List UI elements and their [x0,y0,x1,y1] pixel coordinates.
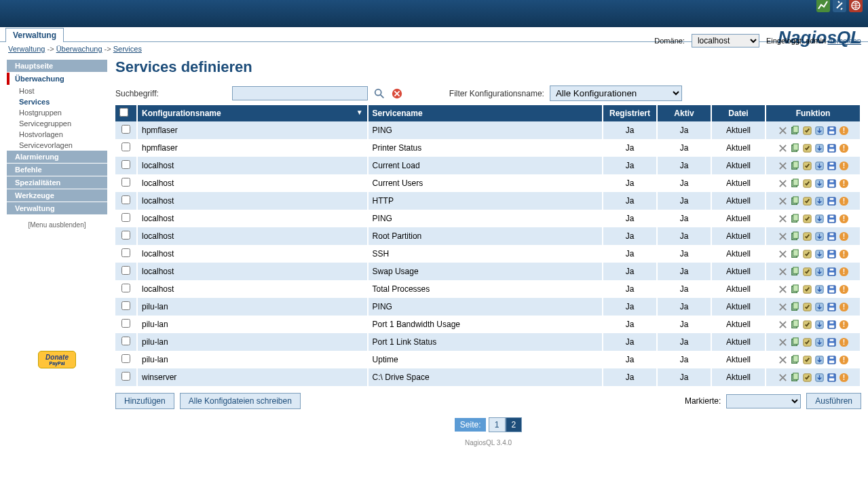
cell-config[interactable]: pilu-lan [137,316,368,333]
cell-service[interactable]: Port 1 Bandwidth Usage [368,316,603,333]
edit-icon[interactable] [778,249,788,259]
info-icon[interactable]: ! [839,355,849,365]
save-icon[interactable] [827,214,837,224]
download-icon[interactable] [814,231,825,242]
row-checkbox[interactable] [121,248,130,257]
copy-icon[interactable] [790,355,800,365]
sidebar-sub-1-5[interactable]: Servicevorlagen [7,140,107,151]
save-icon[interactable] [827,249,837,259]
download-icon[interactable] [814,126,825,136]
search-icon[interactable] [373,88,385,100]
download-icon[interactable] [814,284,825,294]
sidebar-sub-1-4[interactable]: Hostvorlagen [7,129,107,140]
sidebar-item-5[interactable]: Werkzeuge [7,189,107,202]
info-icon[interactable]: ! [839,302,849,312]
download-icon[interactable] [814,267,825,277]
cell-service[interactable]: Printer Status [368,139,603,157]
save-icon[interactable] [827,284,837,294]
menu-hide-link[interactable]: [Menu ausblenden] [7,221,107,229]
edit-icon[interactable] [778,196,788,206]
crumb-1[interactable]: Überwachung [56,45,102,53]
copy-icon[interactable] [790,214,800,224]
globe-icon[interactable] [849,0,863,12]
copy-icon[interactable] [790,337,800,347]
copy-icon[interactable] [790,161,800,171]
cell-config[interactable]: pilu-lan [137,351,368,368]
select-all-checkbox[interactable] [119,108,128,117]
cell-service[interactable]: HTTP [368,192,603,210]
cell-config[interactable]: localhost [137,227,368,245]
activate-icon[interactable] [802,249,812,259]
activate-icon[interactable] [802,355,812,365]
row-checkbox[interactable] [121,301,130,310]
cell-service[interactable]: PING [368,121,603,139]
info-icon[interactable]: ! [839,161,849,171]
row-checkbox[interactable] [121,142,130,151]
clear-icon[interactable] [391,88,403,100]
copy-icon[interactable] [790,267,800,277]
edit-icon[interactable] [778,320,788,330]
row-checkbox[interactable] [121,354,130,363]
save-icon[interactable] [827,355,837,365]
activate-icon[interactable] [802,214,812,224]
info-icon[interactable]: ! [839,143,849,153]
sidebar-item-3[interactable]: Befehle [7,164,107,176]
execute-button[interactable]: Ausführen [806,393,861,409]
activate-icon[interactable] [802,373,812,383]
sidebar-item-4[interactable]: Spezialitäten [7,176,107,189]
cell-config[interactable]: localhost [137,157,368,174]
cell-service[interactable]: PING [368,298,603,316]
activate-icon[interactable] [802,337,812,347]
info-icon[interactable]: ! [839,249,849,259]
save-icon[interactable] [827,161,837,171]
row-checkbox[interactable] [121,178,130,187]
cell-service[interactable]: Current Load [368,157,603,174]
activate-icon[interactable] [802,126,812,136]
row-checkbox[interactable] [121,160,130,169]
cell-service[interactable]: SSH [368,245,603,263]
download-icon[interactable] [814,214,825,224]
download-icon[interactable] [814,355,825,365]
cell-config[interactable]: winserver [137,368,368,386]
sidebar-item-6[interactable]: Verwaltung [7,202,107,214]
sidebar-item-0[interactable]: Hauptseite [7,60,107,72]
edit-icon[interactable] [778,284,788,294]
activate-icon[interactable] [802,302,812,312]
info-icon[interactable]: ! [839,196,849,206]
cell-service[interactable]: Uptime [368,351,603,368]
save-icon[interactable] [827,337,837,347]
download-icon[interactable] [814,320,825,330]
cell-service[interactable]: Swap Usage [368,263,603,280]
download-icon[interactable] [814,143,825,153]
cell-config[interactable]: localhost [137,263,368,280]
edit-icon[interactable] [778,161,788,171]
cell-config[interactable]: pilu-lan [137,333,368,351]
activate-icon[interactable] [802,143,812,153]
row-checkbox[interactable] [121,372,130,381]
page-2[interactable]: 2 [506,417,523,432]
download-icon[interactable] [814,373,825,383]
info-icon[interactable]: ! [839,337,849,347]
activate-icon[interactable] [802,320,812,330]
sidebar-sub-1-1[interactable]: Services [7,96,107,107]
edit-icon[interactable] [778,231,788,242]
copy-icon[interactable] [790,373,800,383]
row-checkbox[interactable] [121,284,130,292]
sidebar-sub-1-0[interactable]: Host [7,85,107,96]
edit-icon[interactable] [778,214,788,224]
save-icon[interactable] [827,196,837,206]
cell-config[interactable]: hpmflaser [137,121,368,139]
activate-icon[interactable] [802,196,812,206]
row-checkbox[interactable] [121,195,130,204]
save-icon[interactable] [827,267,837,277]
save-icon[interactable] [827,320,837,330]
row-checkbox[interactable] [121,266,130,275]
row-checkbox[interactable] [121,231,130,240]
copy-icon[interactable] [790,196,800,206]
edit-icon[interactable] [778,126,788,136]
edit-icon[interactable] [778,355,788,365]
activate-icon[interactable] [802,267,812,277]
col-reg[interactable]: Registriert [603,105,657,121]
row-checkbox[interactable] [121,337,130,345]
cell-service[interactable]: Total Processes [368,280,603,298]
